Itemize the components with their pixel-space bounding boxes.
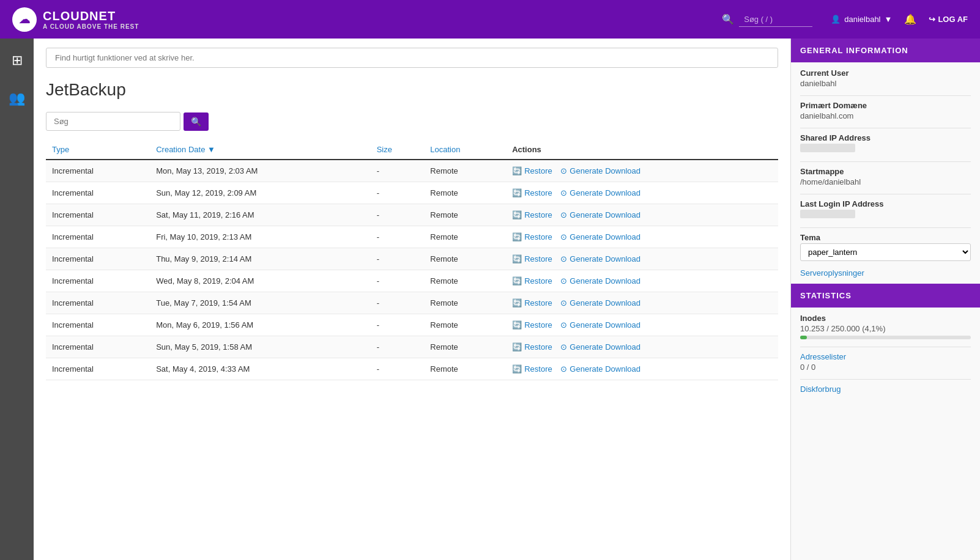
header-search-input[interactable]: [739, 12, 812, 27]
divider-5: [800, 227, 971, 228]
restore-button[interactable]: 🔄 Restore: [512, 364, 552, 374]
table-row: Incremental Thu, May 9, 2019, 2:14 AM - …: [46, 248, 778, 270]
cell-type: Incremental: [46, 248, 150, 270]
last-login-ip-row: Last Login IP Address: [800, 199, 971, 220]
generate-download-button[interactable]: ⊙ Generate Download: [560, 364, 640, 374]
download-icon: ⊙: [560, 298, 567, 308]
restore-button[interactable]: 🔄 Restore: [512, 232, 552, 241]
inodes-row: Inodes 10.253 / 250.000 (4,1%): [800, 314, 971, 339]
adresselister-link[interactable]: Adresselister: [800, 352, 971, 361]
header-search-area: 🔍: [722, 12, 812, 27]
generate-download-button[interactable]: ⊙ Generate Download: [560, 342, 640, 352]
cell-date: Sat, May 11, 2019, 2:16 AM: [150, 204, 370, 226]
restore-button[interactable]: 🔄 Restore: [512, 320, 552, 330]
col-type[interactable]: Type: [46, 140, 150, 160]
cell-location: Remote: [424, 314, 506, 336]
cell-actions: 🔄 Restore ⊙ Generate Download: [506, 226, 778, 248]
download-icon: ⊙: [560, 210, 567, 219]
logout-button[interactable]: ↪ LOG AF: [929, 15, 968, 24]
col-creation-date[interactable]: Creation Date ▼: [150, 140, 370, 160]
cell-date: Tue, May 7, 2019, 1:54 AM: [150, 292, 370, 314]
logo: ☁ CLOUDNET A CLOUD ABOVE THE REST: [12, 7, 722, 32]
header-user[interactable]: 👤 danielbahl ▼: [831, 15, 892, 24]
restore-button[interactable]: 🔄 Restore: [512, 188, 552, 197]
cell-size: -: [371, 160, 425, 182]
cell-location: Remote: [424, 226, 506, 248]
cell-size: -: [371, 226, 425, 248]
restore-button[interactable]: 🔄 Restore: [512, 276, 552, 286]
last-login-ip-label: Last Login IP Address: [800, 199, 971, 208]
inodes-label: Inodes: [800, 314, 971, 323]
cell-date: Wed, May 8, 2019, 2:04 AM: [150, 270, 370, 292]
tema-select[interactable]: paper_lantern: [800, 243, 971, 261]
col-size[interactable]: Size: [371, 140, 425, 160]
cell-actions: 🔄 Restore ⊙ Generate Download: [506, 182, 778, 204]
cell-type: Incremental: [46, 314, 150, 336]
serveroplysninger-link[interactable]: Serveroplysninger: [800, 268, 971, 278]
restore-button[interactable]: 🔄 Restore: [512, 298, 552, 308]
generate-download-button[interactable]: ⊙ Generate Download: [560, 254, 640, 263]
restore-icon: 🔄: [512, 254, 522, 263]
cell-location: Remote: [424, 182, 506, 204]
restore-button[interactable]: 🔄 Restore: [512, 166, 552, 175]
generate-download-button[interactable]: ⊙ Generate Download: [560, 188, 640, 197]
table-search-input[interactable]: [46, 112, 180, 131]
generate-download-button[interactable]: ⊙ Generate Download: [560, 210, 640, 219]
current-user-row: Current User danielbahl: [800, 68, 971, 88]
cell-location: Remote: [424, 336, 506, 358]
diskforbrug-row: Diskforbrug: [800, 385, 971, 394]
table-row: Incremental Sun, May 12, 2019, 2:09 AM -…: [46, 182, 778, 204]
restore-icon: 🔄: [512, 342, 522, 352]
cell-actions: 🔄 Restore ⊙ Generate Download: [506, 270, 778, 292]
restore-button[interactable]: 🔄 Restore: [512, 210, 552, 219]
table-row: Incremental Mon, May 6, 2019, 1:56 AM - …: [46, 314, 778, 336]
restore-icon: 🔄: [512, 232, 522, 241]
table-search-button[interactable]: 🔍: [184, 112, 209, 131]
sidebar-item-grid[interactable]: ⊞: [7, 48, 28, 73]
generate-download-button[interactable]: ⊙ Generate Download: [560, 232, 640, 241]
notification-bell[interactable]: 🔔: [904, 13, 916, 25]
restore-button[interactable]: 🔄 Restore: [512, 254, 552, 263]
top-search-input[interactable]: [46, 48, 778, 68]
cell-date: Sun, May 12, 2019, 2:09 AM: [150, 182, 370, 204]
col-location[interactable]: Location: [424, 140, 506, 160]
cell-size: -: [371, 314, 425, 336]
primary-domain-label: Primært Domæne: [800, 101, 971, 110]
cell-size: -: [371, 248, 425, 270]
last-login-ip-value: [800, 210, 855, 218]
diskforbrug-link[interactable]: Diskforbrug: [800, 385, 971, 394]
current-user-value: danielbahl: [800, 79, 971, 88]
divider-1: [800, 95, 971, 96]
logo-icon: ☁: [12, 7, 37, 32]
cell-type: Incremental: [46, 226, 150, 248]
general-info-header: GENERAL INFORMATION: [791, 39, 980, 62]
table-row: Incremental Sat, May 4, 2019, 4:33 AM - …: [46, 358, 778, 380]
content-area: JetBackup 🔍 Type Creation Date ▼ Size Lo…: [34, 39, 980, 560]
general-info-content: Current User danielbahl Primært Domæne d…: [791, 62, 980, 284]
cell-type: Incremental: [46, 358, 150, 380]
inodes-value: 10.253 / 250.000 (4,1%): [800, 324, 971, 333]
download-icon: ⊙: [560, 166, 567, 175]
restore-icon: 🔄: [512, 166, 522, 175]
cell-type: Incremental: [46, 160, 150, 182]
download-icon: ⊙: [560, 342, 567, 352]
chevron-down-icon: ▼: [885, 15, 893, 24]
sidebar-item-users[interactable]: 👥: [4, 86, 30, 111]
generate-download-button[interactable]: ⊙ Generate Download: [560, 166, 640, 175]
primary-domain-row: Primært Domæne danielbahl.com: [800, 101, 971, 120]
sidebar: ⊞ 👥: [0, 39, 34, 560]
table-row: Incremental Fri, May 10, 2019, 2:13 AM -…: [46, 226, 778, 248]
shared-ip-label: Shared IP Address: [800, 133, 971, 142]
restore-icon: 🔄: [512, 298, 522, 308]
inodes-progress-bg: [800, 336, 971, 339]
generate-download-button[interactable]: ⊙ Generate Download: [560, 276, 640, 286]
restore-button[interactable]: 🔄 Restore: [512, 342, 552, 352]
col-actions: Actions: [506, 140, 778, 160]
cell-actions: 🔄 Restore ⊙ Generate Download: [506, 336, 778, 358]
generate-download-button[interactable]: ⊙ Generate Download: [560, 320, 640, 330]
cell-date: Sun, May 5, 2019, 1:58 AM: [150, 336, 370, 358]
download-icon: ⊙: [560, 232, 567, 241]
cell-date: Sat, May 4, 2019, 4:33 AM: [150, 358, 370, 380]
generate-download-button[interactable]: ⊙ Generate Download: [560, 298, 640, 308]
statistics-header: STATISTICS: [791, 284, 980, 308]
